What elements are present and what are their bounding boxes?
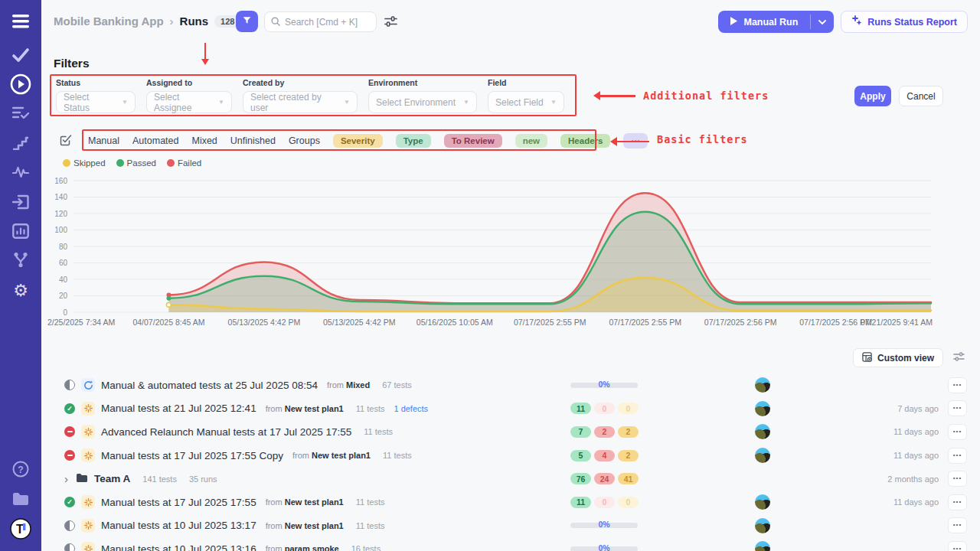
- basic-filter-tab-automated[interactable]: Automated: [132, 135, 178, 146]
- run-title[interactable]: Advanced Relaunch Manual tests at 17 Jul…: [101, 426, 351, 438]
- adjustments-icon[interactable]: [384, 15, 397, 31]
- run-from-plan[interactable]: New test plan1: [285, 404, 344, 413]
- basic-filter-tab-groups[interactable]: Groups: [289, 135, 320, 146]
- annotation-arrow-basic: [612, 141, 649, 143]
- legend-dot: [63, 159, 70, 167]
- cancel-button[interactable]: Cancel: [899, 86, 943, 106]
- apply-button[interactable]: Apply: [854, 86, 891, 106]
- funnel-icon: [242, 15, 252, 28]
- passed-status-icon: ✓: [64, 403, 75, 414]
- bulk-edit-icon[interactable]: [60, 134, 72, 149]
- filter-select[interactable]: Select Assignee▼: [146, 91, 232, 113]
- custom-view-button[interactable]: Custom view: [853, 348, 943, 367]
- settings-icon[interactable]: ⚙: [13, 281, 28, 301]
- run-title[interactable]: Manual tests at 10 Jul 2025 13:17: [101, 520, 256, 531]
- filter-select[interactable]: Select created by user▼: [243, 91, 358, 113]
- filter-select[interactable]: Select Environment▼: [368, 91, 477, 113]
- steps-icon[interactable]: [13, 136, 28, 150]
- run-from-plan[interactable]: New test plan1: [312, 451, 371, 460]
- run-from-plan[interactable]: param smoke: [285, 544, 339, 551]
- search-input[interactable]: [285, 17, 370, 28]
- run-title[interactable]: Manual tests at 21 Jul 2025 12:41: [101, 403, 256, 414]
- filter-select[interactable]: Select Status▼: [56, 91, 136, 113]
- expand-chevron-icon[interactable]: ›: [64, 473, 68, 484]
- play-icon: [730, 17, 737, 28]
- row-more-button[interactable]: •••: [948, 471, 967, 487]
- basic-filter-pill-headers[interactable]: Headers: [560, 134, 610, 148]
- row-more-button[interactable]: •••: [948, 377, 967, 393]
- row-more-button[interactable]: •••: [948, 541, 967, 551]
- basic-filter-tab-unfinished[interactable]: Unfinished: [230, 135, 276, 146]
- skipped-count-badge: 41: [618, 473, 639, 484]
- defects-link[interactable]: 1 defects: [394, 404, 428, 413]
- view-settings-icon[interactable]: [953, 351, 965, 365]
- mixed-run-icon: [81, 378, 95, 392]
- help-icon[interactable]: ?: [12, 461, 29, 478]
- tests-icon[interactable]: [12, 48, 29, 62]
- search-box[interactable]: [264, 11, 377, 32]
- runs-icon[interactable]: [10, 73, 31, 95]
- chevron-down-icon[interactable]: [811, 11, 834, 33]
- menu-icon[interactable]: [12, 15, 29, 28]
- passed-count-badge: 7: [570, 426, 591, 438]
- row-more-button[interactable]: •••: [948, 424, 967, 440]
- breadcrumb-project[interactable]: Mobile Banking App: [54, 15, 164, 28]
- branches-icon[interactable]: [13, 252, 28, 269]
- legend-dot: [116, 159, 124, 167]
- run-tests-count: 11 tests: [356, 497, 385, 507]
- manual-run-icon: [81, 402, 95, 416]
- run-title[interactable]: Manual tests at 17 Jul 2025 17:55: [101, 497, 256, 508]
- import-icon[interactable]: [12, 194, 29, 210]
- filter-toggle-button[interactable]: [236, 11, 258, 32]
- run-result: 0%: [570, 523, 638, 528]
- basic-filter-tab-mixed[interactable]: Mixed: [191, 135, 217, 146]
- projects-icon[interactable]: [11, 491, 30, 507]
- basic-filter-pill-type[interactable]: Type: [396, 134, 431, 148]
- breadcrumb: Mobile Banking App › Runs 128: [54, 15, 240, 28]
- svg-text:120: 120: [54, 210, 67, 218]
- search-icon: [271, 15, 280, 29]
- filter-select[interactable]: Select Field▼: [488, 91, 564, 113]
- analytics-icon[interactable]: [12, 223, 29, 239]
- row-more-button[interactable]: •••: [948, 448, 967, 464]
- runs-status-report-button[interactable]: Runs Status Report: [841, 11, 968, 33]
- filter-field-environment: EnvironmentSelect Environment▼: [368, 78, 477, 113]
- run-title[interactable]: Manual tests at 10 Jul 2025 13:16: [101, 543, 256, 551]
- chevron-down-icon: ▼: [463, 99, 469, 106]
- manual-run-button[interactable]: Manual Run: [718, 11, 810, 33]
- run-result: 722: [570, 426, 639, 438]
- pulse-icon[interactable]: [12, 166, 29, 178]
- run-tests-count: 11 tests: [356, 404, 385, 413]
- basic-filter-pill-to-review[interactable]: To Review: [444, 134, 502, 148]
- run-from: from New test plan1: [292, 451, 371, 460]
- row-more-button[interactable]: •••: [948, 517, 967, 533]
- run-from-plan[interactable]: Mixed: [346, 380, 370, 390]
- test-plans-icon[interactable]: [12, 106, 29, 120]
- svg-text:20: 20: [59, 292, 68, 300]
- custom-view-icon: [862, 352, 872, 364]
- passed-count-badge: 5: [570, 450, 591, 461]
- basic-filter-pill-new[interactable]: new: [515, 134, 547, 148]
- logo[interactable]: T: [10, 518, 31, 540]
- run-row: ›Team A141 tests35 runs7624412 months ag…: [50, 467, 972, 491]
- avatar: [755, 494, 770, 510]
- row-more-button[interactable]: •••: [948, 494, 967, 510]
- run-title[interactable]: Manual tests at 17 Jul 2025 17:55 Copy: [101, 450, 283, 461]
- legend-label: Skipped: [74, 158, 106, 168]
- filter-select-placeholder: Select Status: [64, 92, 116, 113]
- passed-count-badge: 11: [570, 403, 591, 414]
- run-from-plan[interactable]: New test plan1: [285, 497, 344, 507]
- group-title[interactable]: Team A: [94, 473, 130, 484]
- legend-item-skipped: Skipped: [63, 158, 106, 168]
- sidebar: ⚙ ? T: [0, 0, 41, 551]
- run-tests-count: 67 tests: [382, 380, 412, 390]
- svg-text:80: 80: [59, 243, 68, 251]
- row-more-button[interactable]: •••: [948, 400, 967, 416]
- basic-filter-tab-manual[interactable]: Manual: [88, 135, 119, 146]
- svg-text:07/17/2025 2:55 PM: 07/17/2025 2:55 PM: [514, 318, 586, 327]
- manual-run-label: Manual Run: [743, 17, 798, 28]
- run-title[interactable]: Manual & automated tests at 25 Jul 2025 …: [101, 380, 318, 391]
- run-from-plan[interactable]: New test plan1: [285, 521, 344, 530]
- basic-filter-pill-severity[interactable]: Severity: [333, 134, 383, 148]
- svg-text:07/17/2025 2:55 PM: 07/17/2025 2:55 PM: [609, 318, 681, 327]
